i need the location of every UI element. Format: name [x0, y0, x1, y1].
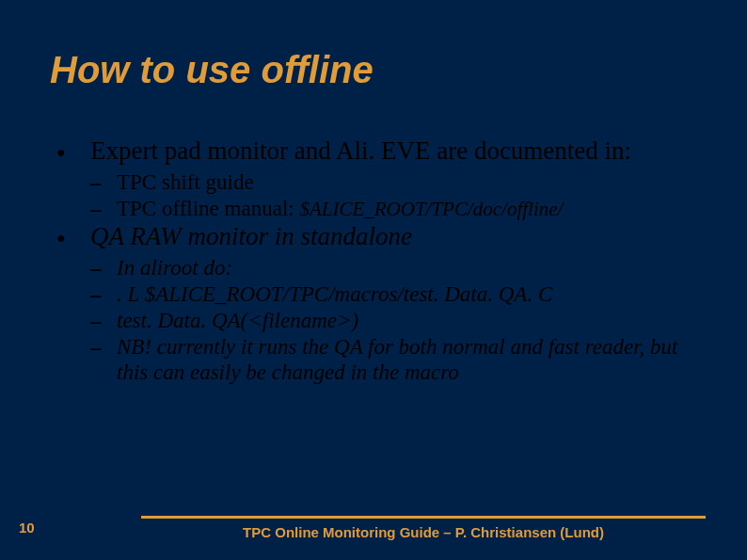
- sub-text: TPC offline manual: $ALICE_ROOT/TPC/doc/…: [117, 196, 709, 221]
- footer-text: TPC Online Monitoring Guide – P. Christi…: [141, 524, 706, 540]
- slide-title: How to use offline: [50, 49, 374, 91]
- bullet-text: Expert pad monitor and Ali. EVE are docu…: [90, 136, 709, 167]
- bullet-icon: ●: [56, 144, 90, 162]
- dash-icon: –: [90, 170, 117, 196]
- sub-text: In aliroot do:: [117, 255, 709, 280]
- dash-icon: –: [90, 197, 117, 222]
- sub-item-1-2: – TPC offline manual: $ALICE_ROOT/TPC/do…: [90, 196, 709, 222]
- sub-text: NB! currently it runs the QA for both no…: [117, 334, 709, 385]
- sub-text-part-b-code: $ALICE_ROOT/TPC/doc/offline/: [299, 198, 563, 220]
- sub-text: test. Data. QA(<filename>): [117, 308, 709, 333]
- bullet-item-2: ● QA RAW monitor in standalone: [56, 222, 709, 252]
- bullet-item-1: ● Expert pad monitor and Ali. EVE are do…: [56, 136, 709, 167]
- slide: How to use offline ● Expert pad monitor …: [0, 0, 747, 560]
- sub-text-part-a: TPC offline manual:: [117, 197, 299, 220]
- sub-item-2-2: – . L $ALICE_ROOT/TPC/macros/test. Data.…: [90, 281, 709, 308]
- dash-icon: –: [90, 256, 117, 281]
- sub-text: TPC shift guide: [117, 169, 709, 195]
- sub-text: . L $ALICE_ROOT/TPC/macros/test. Data. Q…: [117, 281, 709, 307]
- dash-icon: –: [90, 282, 117, 308]
- slide-body: ● Expert pad monitor and Ali. EVE are do…: [56, 136, 709, 386]
- sub-item-2-3: – test. Data. QA(<filename>): [90, 308, 709, 334]
- footer-divider: [141, 516, 706, 519]
- bullet-icon: ●: [56, 230, 90, 248]
- dash-icon: –: [90, 309, 117, 334]
- sub-item-2-1: – In aliroot do:: [90, 255, 709, 281]
- sub-item-2-4: – NB! currently it runs the QA for both …: [90, 334, 709, 385]
- page-number: 10: [19, 520, 35, 536]
- dash-icon: –: [90, 335, 117, 360]
- sub-item-1-1: – TPC shift guide: [90, 169, 709, 196]
- bullet-text: QA RAW monitor in standalone: [90, 222, 709, 252]
